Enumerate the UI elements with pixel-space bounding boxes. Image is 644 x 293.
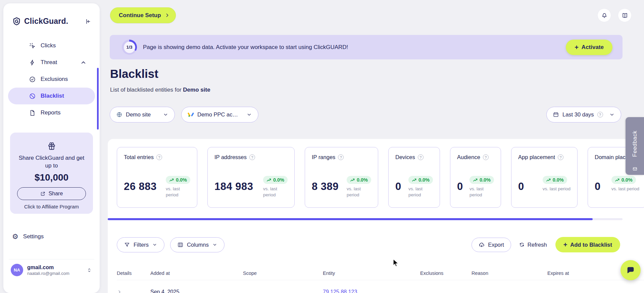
add-to-blacklist-label: Add to Blacklist <box>570 242 612 248</box>
chevron-right-icon[interactable] <box>117 289 122 293</box>
banner-message: Page is showing demo data. Activate your… <box>143 44 348 51</box>
chevron-down-icon <box>212 242 217 247</box>
sidebar-item-label: Exclusions <box>41 76 68 83</box>
trend-badge: 0.0% <box>166 176 190 184</box>
ppc-account-value: Demo PPC ac… <box>197 111 238 118</box>
stat-card-body: 8 389 0.0% vs. last period <box>312 176 371 198</box>
sidebar-item-exclusions[interactable]: Exclusions <box>8 71 95 88</box>
columns-dropdown[interactable]: Columns <box>170 237 225 252</box>
plus-icon: + <box>575 44 579 51</box>
help-icon[interactable]: ? <box>418 154 424 160</box>
stat-card-value: 0 <box>395 181 401 192</box>
google-ads-icon <box>188 111 194 118</box>
vs-last-period-label: vs. last period <box>611 186 639 192</box>
vs-last-period-label: vs. last period <box>543 186 571 192</box>
columns-label: Columns <box>187 242 209 248</box>
trend-badge: 0.0% <box>611 176 636 184</box>
share-button[interactable]: Share <box>17 187 86 200</box>
sidebar-item-label: Blacklist <box>41 93 64 99</box>
stat-card-label: IP addresses <box>214 154 247 160</box>
cell-entity[interactable]: 79.125.88.123 <box>323 289 420 293</box>
table-row[interactable]: Sep 4, 2025 79.125.88.123 <box>117 284 644 293</box>
stat-card-body: 184 983 0.0% vs. last period <box>214 176 288 198</box>
setup-progress-value: 1/3 <box>124 42 135 53</box>
affiliate-program-link[interactable]: Click to Affiliate Program <box>16 204 87 209</box>
export-button[interactable]: Export <box>472 238 511 252</box>
sidebar-collapse-button[interactable] <box>84 17 92 26</box>
stat-card: Audience ? 0 0.0% vs. last period <box>450 147 501 208</box>
stat-card-label: Total entries <box>124 154 154 160</box>
refresh-label: Refresh <box>528 242 547 248</box>
filters-dropdown[interactable]: Filters <box>117 237 164 252</box>
ban-icon <box>29 93 36 100</box>
stat-card-trend: 0.0% vs. last period <box>543 176 571 192</box>
sidebar-nav: Clicks Threat Exclusions Blacklist <box>3 37 100 121</box>
sort-chevrons-icon <box>86 267 92 273</box>
trend-value: 0.0% <box>553 177 564 183</box>
horizontal-scrollbar-thumb[interactable] <box>108 218 593 220</box>
user-menu[interactable]: NA gmail.com naatali.ro@gmail.com <box>3 264 100 276</box>
trend-badge: 0.0% <box>469 176 494 184</box>
stat-card: App placement ? 0 0.0% vs. last period <box>511 147 578 208</box>
trend-up-icon <box>412 178 417 182</box>
trend-badge: 0.0% <box>347 176 371 184</box>
vs-last-period-label: vs. last period <box>408 186 433 198</box>
trend-badge: 0.0% <box>263 176 288 184</box>
chat-bubble-icon <box>626 265 635 275</box>
refresh-button[interactable]: Refresh <box>519 242 547 248</box>
gear-icon: ⚙ <box>12 233 18 240</box>
sidebar: ClickGuard. Clicks Threat <box>3 3 100 293</box>
stat-card-body: 0 0.0% vs. last period <box>457 176 494 198</box>
help-icon[interactable]: ? <box>249 154 255 160</box>
notifications-button[interactable] <box>597 8 611 22</box>
stat-card-value: 0 <box>518 181 524 192</box>
help-icon[interactable]: ? <box>156 154 162 160</box>
stat-card: Devices ? 0 0.0% vs. last period <box>388 147 440 208</box>
knowledge-base-button[interactable] <box>618 8 632 22</box>
sidebar-item-clicks[interactable]: Clicks <box>8 37 95 54</box>
ppc-account-selector[interactable]: Demo PPC ac… <box>181 107 258 123</box>
stat-card-header: IP ranges ? <box>312 154 371 160</box>
activate-button[interactable]: + Activate <box>566 40 612 55</box>
chevron-down-icon <box>609 112 615 117</box>
continue-setup-button[interactable]: Continue Setup <box>110 7 176 23</box>
help-icon[interactable]: ? <box>597 112 603 117</box>
feedback-tab[interactable]: Feedback <box>626 117 644 175</box>
column-header-added-at: Added at <box>150 271 243 276</box>
filters-label: Filters <box>134 242 149 248</box>
promo-amount: $10,000 <box>16 172 87 183</box>
column-header-details: Details <box>117 271 150 276</box>
add-to-blacklist-button[interactable]: + Add to Blacklist <box>555 237 620 252</box>
sidebar-item-settings[interactable]: ⚙ Settings <box>3 229 100 244</box>
trend-badge: 0.0% <box>543 176 567 184</box>
chat-launcher[interactable] <box>621 260 641 280</box>
help-icon[interactable]: ? <box>338 154 344 160</box>
page-subtitle: List of blacklisted entities for Demo si… <box>110 87 210 93</box>
cloud-download-icon <box>479 242 485 248</box>
sidebar-scrollbar-thumb[interactable] <box>97 68 99 130</box>
help-icon[interactable]: ? <box>558 154 563 160</box>
trend-value: 0.0% <box>273 177 284 183</box>
trend-value: 0.0% <box>622 177 633 183</box>
site-selector[interactable]: Demo site <box>110 107 175 123</box>
trend-up-icon <box>350 178 355 182</box>
trend-up-icon <box>546 178 551 182</box>
column-header-entity: Entity <box>323 271 420 276</box>
user-name: gmail.com <box>27 264 69 271</box>
cell-added-at: Sep 4, 2025 <box>150 289 243 293</box>
chevron-right-icon <box>164 12 170 18</box>
sidebar-item-blacklist[interactable]: Blacklist <box>8 88 95 104</box>
stat-card-trend: 0.0% vs. last period <box>469 176 494 198</box>
sidebar-item-reports[interactable]: Reports <box>8 104 95 121</box>
chevron-down-icon <box>152 242 157 247</box>
help-icon[interactable]: ? <box>483 154 489 160</box>
stat-card-body: 0 0.0% vs. last period <box>395 176 433 198</box>
date-range-value: Last 30 days <box>562 111 594 118</box>
stat-card-value: 184 983 <box>214 181 253 192</box>
gift-icon <box>47 142 56 151</box>
stat-card-value: 0 <box>595 181 601 192</box>
stats-cards-row: Total entries ? 26 883 0.0% vs. last per… <box>108 139 644 208</box>
sidebar-header: ClickGuard. <box>3 3 100 26</box>
date-range-selector[interactable]: Last 30 days ? <box>546 107 621 123</box>
sidebar-item-threat[interactable]: Threat <box>8 54 95 71</box>
